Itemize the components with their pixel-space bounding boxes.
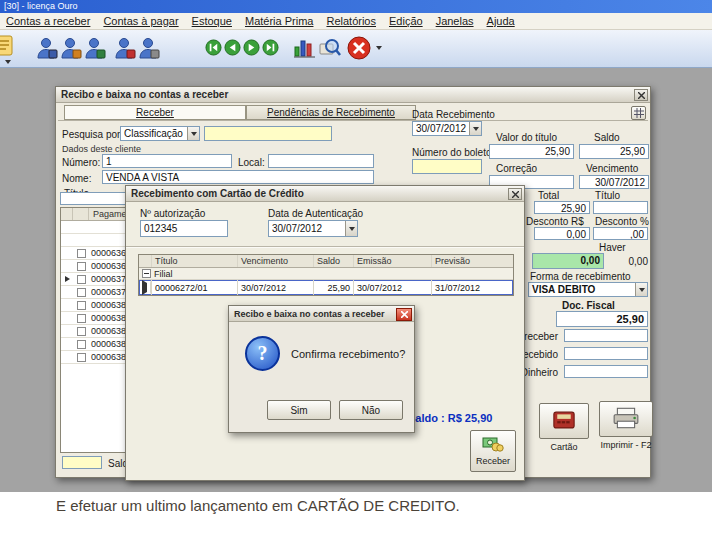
menu-contas-a-pagar[interactable]: Contas à pagar <box>103 15 178 27</box>
table-row-selected[interactable]: 00006272/01 30/07/2012 25,90 30/07/2012 … <box>139 280 513 295</box>
menu-contas-a-receber[interactable]: Contas a receber <box>6 15 90 27</box>
a-receber-field[interactable] <box>564 329 648 342</box>
user-save-icon[interactable] <box>36 36 58 60</box>
doc-fiscal-field[interactable]: 25,90 <box>556 311 648 327</box>
imprimir-button-label: Imprimir - F2 <box>595 440 657 450</box>
nav-next-icon[interactable] <box>243 39 260 56</box>
forma-recebimento-label: Forma de recebimento <box>530 271 631 282</box>
checkbox[interactable] <box>77 327 86 336</box>
card-titles-grid[interactable]: Título Vencimento Saldo Emissão Previsão… <box>138 254 514 296</box>
sim-button[interactable]: Sim <box>267 400 331 420</box>
user-remove-icon[interactable] <box>114 36 136 60</box>
checkbox[interactable] <box>77 314 86 323</box>
data-autenticacao-value: 30/07/2012 <box>272 223 322 234</box>
separator <box>126 246 524 248</box>
confirm-dialog-titlebar[interactable]: Recibo e baixa no contas a receber <box>229 306 414 322</box>
toolbar <box>0 30 712 68</box>
autorizacao-input[interactable]: 012345 <box>140 220 228 237</box>
receber-button[interactable]: Receber <box>470 430 516 472</box>
dropdown-arrow-icon[interactable] <box>5 60 11 64</box>
tab-pendencias[interactable]: Pendências de Recebimento <box>246 105 416 120</box>
cell-saldo: 25,90 <box>314 280 354 295</box>
user-add-icon[interactable] <box>60 36 82 60</box>
menu-relatorios[interactable]: Relatórios <box>326 15 376 27</box>
confirm-dialog: Recibo e baixa no contas a receber ? Con… <box>228 305 415 433</box>
menu-materia-prima[interactable]: Matéria Prima <box>245 15 313 27</box>
checkbox[interactable] <box>77 288 86 297</box>
row-pointer-icon <box>65 276 70 282</box>
menu-ajuda[interactable]: Ajuda <box>487 15 515 27</box>
confirm-dialog-title: Recibo e baixa no contas a receber <box>234 309 385 319</box>
local-input[interactable] <box>268 154 374 168</box>
close-icon[interactable] <box>634 89 648 101</box>
close-icon[interactable] <box>508 188 522 200</box>
search-input[interactable] <box>204 126 332 141</box>
data-autenticacao-label: Data de Autenticação <box>268 208 363 219</box>
cartao-button[interactable] <box>539 403 589 439</box>
menu-estoque[interactable]: Estoque <box>192 15 232 27</box>
nome-input[interactable]: VENDA A VISTA <box>102 170 374 184</box>
chevron-down-icon[interactable] <box>635 283 647 296</box>
haver-field[interactable]: 0,00 <box>532 253 604 269</box>
total-field[interactable]: 25,90 <box>534 201 590 214</box>
calendar-dropdown-icon[interactable] <box>469 122 481 135</box>
dropdown-arrow-icon[interactable] <box>376 46 382 50</box>
menu-janelas[interactable]: Janelas <box>436 15 474 27</box>
money-icon <box>482 436 504 454</box>
user-lock-icon[interactable] <box>138 36 160 60</box>
dinheiro-field[interactable] <box>564 365 648 378</box>
desconto-rs-label: Desconto R$ <box>526 216 584 227</box>
checkbox[interactable] <box>77 301 86 310</box>
question-icon: ? <box>245 336 280 371</box>
menu-edicao[interactable]: Edição <box>389 15 423 27</box>
checkbox[interactable] <box>77 340 86 349</box>
chevron-down-icon[interactable] <box>187 127 199 140</box>
nav-prev-icon[interactable] <box>224 39 241 56</box>
saldo-field[interactable]: 25,90 <box>579 144 649 159</box>
tab-receber[interactable]: Receber <box>64 105 246 120</box>
recebido-field[interactable] <box>564 347 648 360</box>
imprimir-button[interactable] <box>599 401 653 437</box>
collapse-icon[interactable] <box>142 269 151 278</box>
data-recebimento-label: Data Recebimento <box>412 109 495 120</box>
nav-last-icon[interactable] <box>262 39 279 56</box>
data-autenticacao-select[interactable]: 30/07/2012 <box>268 220 358 237</box>
cell-emissao: 30/07/2012 <box>354 280 432 295</box>
titulo-right-field[interactable] <box>593 201 648 214</box>
search-mode-select[interactable]: Classificação <box>120 126 200 141</box>
sim-button-label: Sim <box>290 405 307 416</box>
checkbox[interactable] <box>77 353 86 362</box>
checkbox[interactable] <box>77 262 86 271</box>
user-edit-icon[interactable] <box>84 36 106 60</box>
card-dialog-titlebar[interactable]: Recebimento com Cartão de Crédito <box>126 186 524 202</box>
checkbox[interactable] <box>77 249 86 258</box>
group-row-filial[interactable]: Filial <box>139 268 513 280</box>
cancel-icon[interactable] <box>346 35 372 61</box>
menu-bar: Contas a receber Contas à pagar Estoque … <box>0 13 712 30</box>
saldo-label: Saldo <box>594 132 620 143</box>
desconto-pct-field[interactable]: ,00 <box>593 227 648 240</box>
receipt-dialog-titlebar[interactable]: Recibo e baixa no contas a receber <box>56 87 650 103</box>
col-emissao: Emissão <box>354 255 432 267</box>
grid-settings-icon[interactable] <box>631 106 646 120</box>
vencimento-field[interactable]: 30/07/2012 <box>579 175 649 189</box>
close-icon[interactable] <box>396 308 412 321</box>
valor-titulo-field[interactable]: 25,90 <box>489 144 574 159</box>
new-document-icon[interactable] <box>0 35 17 57</box>
saldo-bottom-input[interactable] <box>62 456 102 469</box>
nao-button-label: Não <box>362 405 380 416</box>
search-mode-value: Classificação <box>124 128 183 139</box>
desconto-rs-field[interactable]: 0,00 <box>534 227 590 240</box>
numero-boleto-input[interactable] <box>412 159 482 174</box>
search-icon[interactable] <box>318 36 342 60</box>
report-chart-icon[interactable] <box>292 36 316 60</box>
nav-first-icon[interactable] <box>205 39 222 56</box>
chevron-down-icon[interactable] <box>345 221 357 236</box>
numero-input[interactable]: 1 <box>102 154 232 168</box>
forma-recebimento-select[interactable]: VISA DEBITO <box>528 282 648 297</box>
data-recebimento-input[interactable]: 30/07/2012 <box>412 121 482 136</box>
nao-button[interactable]: Não <box>339 400 403 420</box>
vencimento-label: Vencimento <box>586 163 638 174</box>
haver-right-value: 0,00 <box>608 256 648 267</box>
checkbox[interactable] <box>77 275 86 284</box>
